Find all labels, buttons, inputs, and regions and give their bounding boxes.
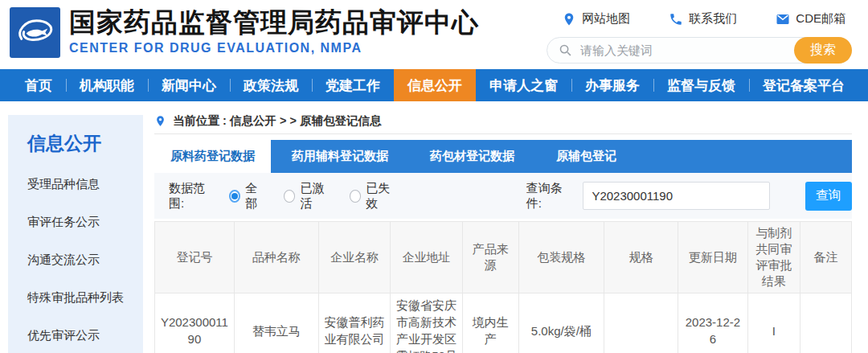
radio-expired[interactable]: 已失效 [350,181,398,211]
cell-packaging-spec: 5.0kg/袋/桶 [518,293,604,353]
nav-item-registration-platform[interactable]: 登记备案平台 [749,69,858,101]
col-packaging-spec: 包装规格 [518,222,604,293]
tab-bar: 原料药登记数据 药用辅料登记数据 药包材登记数据 原辅包登记 [154,140,852,173]
data-scope-label: 数据范围: [169,181,216,211]
tab-raw-aux-pack[interactable]: 原辅包登记 [535,140,637,173]
site-header: 国家药品监督管理局药品审评中心 CENTER FOR DRUG EVALUATI… [0,0,868,69]
registration-table: 登记号 品种名称 企业名称 企业地址 产品来源 包装规格 规格 更新日期 与制剂… [154,221,852,353]
filter-row: 数据范围: 全部 已激活 已失效 查询条件: 查询 [154,173,852,219]
sidebar-item-special-approval[interactable]: 特殊审批品种列表 [27,290,143,306]
col-variety-name: 品种名称 [234,222,318,293]
table-row: Y20230001190 替韦立马 安徽普利药业有限公司 安徽省安庆市高新技术产… [155,293,852,353]
col-spec: 规格 [604,222,678,293]
nav-item-applicant-window[interactable]: 申请人之窗 [476,69,571,101]
cell-spec [604,293,678,353]
mail-icon [776,12,790,27]
sidebar-item-communication[interactable]: 沟通交流公示 [27,252,143,268]
radio-all-label: 全部 [245,181,266,211]
breadcrumb-text: 当前位置 : 信息公开 > > 原辅包登记信息 [173,113,381,129]
cell-joint-review-result: I [747,293,800,353]
search-input[interactable] [572,43,794,57]
cell-variety-name: 替韦立马 [234,293,318,353]
col-remarks: 备注 [800,222,851,293]
cell-update-date: 2023-12-26 [678,293,748,353]
nav-item-news[interactable]: 新闻中心 [148,69,230,101]
breadcrumb: 当前位置 : 信息公开 > > 原辅包登记信息 [154,117,852,134]
main-nav: 首页 机构职能 新闻中心 政策法规 党建工作 信息公开 申请人之窗 办事服务 监… [0,69,868,101]
data-scope-radio-group: 全部 已激活 已失效 [229,181,398,211]
site-search: 搜索 [547,37,852,64]
mailbox-label: CDE邮箱 [796,11,845,27]
site-subtitle: CENTER FOR DRUG EVALUATION, NMPA [69,41,479,55]
query-condition-label: 查询条件: [526,181,574,211]
site-title-block: 国家药品监督管理局药品审评中心 CENTER FOR DRUG EVALUATI… [69,6,479,55]
search-icon [559,43,572,57]
mailbox-link[interactable]: CDE邮箱 [776,11,845,27]
search-button[interactable]: 搜索 [794,37,852,64]
sitemap-link[interactable]: 网站地图 [562,11,630,27]
col-company-address: 企业地址 [391,222,463,293]
radio-expired-label: 已失效 [366,181,398,211]
table-header-row: 登记号 品种名称 企业名称 企业地址 产品来源 包装规格 规格 更新日期 与制剂… [155,222,852,293]
tab-excipient-registration[interactable]: 药用辅料登记数据 [271,140,409,173]
contact-link[interactable]: 联系我们 [669,11,737,27]
nav-item-info-disclosure[interactable]: 信息公开 [394,69,476,101]
cell-product-source: 境内生产 [463,293,518,353]
radio-activated-dot-icon [284,190,295,203]
tab-packaging-registration[interactable]: 药包材登记数据 [409,140,535,173]
map-pin-icon [562,12,576,27]
col-product-source: 产品来源 [463,222,518,293]
phone-icon [669,12,683,27]
site-title: 国家药品监督管理局药品审评中心 [69,6,479,39]
sitemap-label: 网站地图 [582,11,630,27]
main-panel: 当前位置 : 信息公开 > > 原辅包登记信息 原料药登记数据 药用辅料登记数据… [154,115,852,353]
sidebar-item-priority-review[interactable]: 优先审评公示 [27,328,143,343]
radio-activated[interactable]: 已激活 [284,181,332,211]
cell-remarks [800,293,851,353]
nav-item-home[interactable]: 首页 [11,69,66,101]
col-company-name: 企业名称 [318,222,390,293]
col-update-date: 更新日期 [678,222,748,293]
col-joint-review-result: 与制剂共同审评审批结果 [747,222,800,293]
radio-all[interactable]: 全部 [229,181,266,211]
contact-label: 联系我们 [689,11,737,27]
nav-item-supervision[interactable]: 监督与反馈 [653,69,749,101]
nav-item-functions[interactable]: 机构职能 [66,69,148,101]
cell-company-address: 安徽省安庆市高新技术产业开发区霞虹路58号 [391,293,463,353]
sidebar-title: 信息公开 [27,131,143,156]
sidebar: 信息公开 受理品种信息 审评任务公示 沟通交流公示 特殊审批品种列表 优先审评公… [8,115,143,353]
tab-api-registration[interactable]: 原料药登记数据 [154,140,271,173]
radio-expired-dot-icon [350,190,361,203]
sidebar-item-review-tasks[interactable]: 审评任务公示 [27,215,143,230]
radio-activated-label: 已激活 [300,181,332,211]
sidebar-item-accepted-varieties[interactable]: 受理品种信息 [27,177,143,192]
content-area: 信息公开 受理品种信息 审评任务公示 沟通交流公示 特殊审批品种列表 优先审评公… [0,115,868,353]
nav-item-services[interactable]: 办事服务 [571,69,653,101]
cde-logo-icon [10,7,60,58]
col-registration-no: 登记号 [155,222,235,293]
cell-registration-no: Y20230001190 [155,293,235,353]
cell-company-name: 安徽普利药业有限公司 [318,293,390,353]
radio-all-dot-icon [229,190,240,203]
nav-item-policy[interactable]: 政策法规 [230,69,312,101]
utility-links: 网站地图 联系我们 CDE邮箱 [562,11,845,27]
query-condition-input[interactable] [583,182,769,210]
query-button[interactable]: 查询 [805,182,852,211]
location-pin-icon [154,115,166,127]
nav-item-party[interactable]: 党建工作 [312,69,394,101]
